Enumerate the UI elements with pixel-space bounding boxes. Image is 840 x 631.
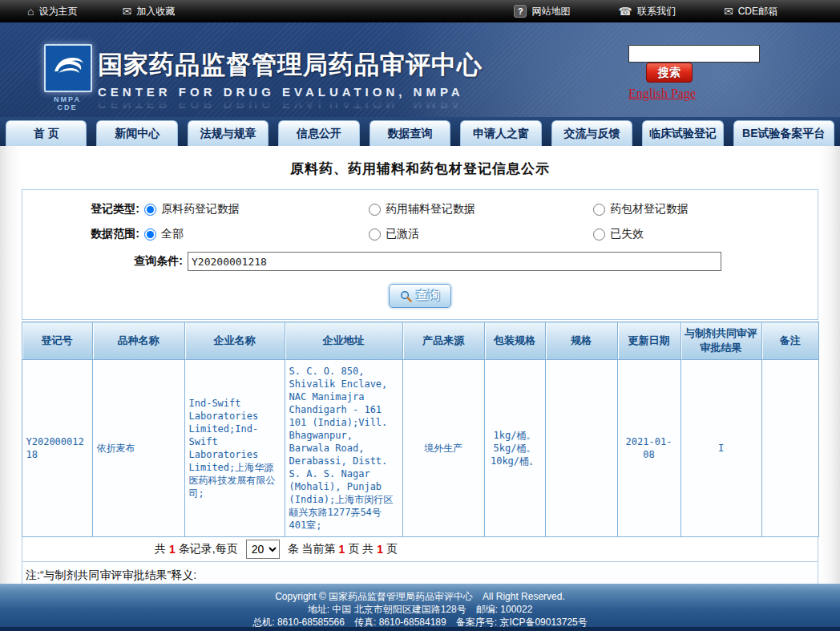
col-header-product-origin: 产品来源 bbox=[402, 322, 484, 360]
results-table: 登记号 品种名称 企业名称 企业地址 产品来源 包装规格 规格 更新日期 与制剂… bbox=[22, 322, 819, 537]
site-title-block: 国家药品监督管理局药品审评中心 CENTER FOR DRUG EVALUATI… bbox=[98, 48, 483, 111]
nav-tab-data-query[interactable]: 数据查询 bbox=[370, 120, 450, 146]
header-search-input[interactable] bbox=[628, 45, 760, 63]
query-button-row: 查询 bbox=[22, 284, 818, 308]
logo-caption: NMPA CDE bbox=[44, 95, 91, 111]
data-scope-option-active-label: 已激活 bbox=[386, 227, 419, 241]
site-header: NMPA CDE 国家药品监督管理局药品审评中心 CENTER FOR DRUG… bbox=[0, 22, 840, 117]
table-row: Y20200001218 依折麦布 Ind-Swift Laboratories… bbox=[22, 360, 818, 537]
reg-type-radio-api[interactable] bbox=[144, 204, 156, 216]
site-footer: Copyright © 国家药品监督管理局药品审评中心 All Right Re… bbox=[0, 584, 840, 631]
col-header-remarks: 备注 bbox=[761, 322, 818, 360]
pager-text-total-prefix: 共 bbox=[155, 542, 166, 556]
cell-spec bbox=[545, 360, 617, 537]
query-button[interactable]: 查询 bbox=[389, 284, 451, 308]
header-search-area: 搜索 English Page bbox=[628, 45, 821, 101]
cell-company-address: S. C. O. 850, Shivalik Enclave, NAC Mani… bbox=[285, 360, 402, 537]
reg-type-radio-excipient[interactable] bbox=[369, 204, 381, 216]
reg-type-row: 登记类型: 原料药登记数据 药用辅料登记数据 药包材登记数据 bbox=[22, 202, 818, 216]
cell-remarks bbox=[761, 360, 818, 537]
add-favorite-label: 加入收藏 bbox=[136, 5, 175, 18]
col-header-reg-no: 登记号 bbox=[22, 322, 92, 360]
data-scope-radio-active[interactable] bbox=[369, 229, 381, 241]
nmpa-cde-logo: NMPA CDE bbox=[44, 44, 91, 111]
col-header-spec: 规格 bbox=[545, 322, 617, 360]
nav-tab-applicant-window[interactable]: 申请人之窗 bbox=[460, 120, 541, 146]
reg-type-option-excipient-label: 药用辅料登记数据 bbox=[386, 202, 475, 216]
reg-type-option-api-label: 原料药登记数据 bbox=[161, 202, 240, 216]
data-scope-option-all-label: 全部 bbox=[161, 227, 184, 241]
reg-type-label: 登记类型: bbox=[22, 202, 139, 216]
nav-tab-feedback[interactable]: 交流与反馈 bbox=[551, 120, 632, 146]
nav-tab-home[interactable]: 首 页 bbox=[6, 120, 87, 146]
query-condition-row: 查询条件: bbox=[22, 252, 818, 271]
reg-type-option-api[interactable]: 原料药登记数据 bbox=[144, 202, 369, 216]
cell-packaging-spec: 1kg/桶。5kg/桶。10kg/桶。 bbox=[484, 360, 545, 537]
magnifier-icon bbox=[400, 290, 412, 302]
cell-reg-no: Y20200001218 bbox=[22, 360, 92, 537]
question-icon: ? bbox=[514, 5, 527, 18]
query-form: 登记类型: 原料药登记数据 药用辅料登记数据 药包材登记数据 数据范围: bbox=[22, 189, 818, 320]
nav-tab-clinical-trial[interactable]: 临床试验登记 bbox=[642, 120, 723, 146]
reg-type-option-excipient[interactable]: 药用辅料登记数据 bbox=[369, 202, 593, 216]
nav-tab-news[interactable]: 新闻中心 bbox=[96, 120, 177, 146]
reg-type-radio-packaging[interactable] bbox=[593, 204, 605, 216]
nav-tab-regulations[interactable]: 法规与规章 bbox=[188, 120, 269, 146]
col-header-company-name: 企业名称 bbox=[184, 322, 285, 360]
pager-text-current-prefix: 条 当前第 bbox=[288, 542, 336, 556]
col-header-company-address: 企业地址 bbox=[285, 322, 402, 360]
data-scope-option-active[interactable]: 已激活 bbox=[369, 227, 593, 241]
pager-current-page: 1 bbox=[339, 543, 345, 556]
data-scope-option-all[interactable]: 全部 bbox=[144, 227, 369, 241]
pagination-bar: 共 1 条记录,每页 20 条 当前第 1 页 共 1 页 bbox=[22, 537, 818, 562]
footer-bottom-strip bbox=[0, 627, 840, 631]
legend-title: 注:“与制剂共同审评审批结果”释义: bbox=[26, 568, 814, 583]
query-condition-input[interactable] bbox=[188, 252, 721, 271]
sitemap-label: 网站地图 bbox=[531, 5, 570, 18]
nav-tab-be-platform[interactable]: BE试验备案平台 bbox=[733, 120, 834, 146]
page-size-select[interactable]: 20 bbox=[246, 540, 280, 559]
footer-address: 地址: 中国 北京市朝阳区建国路128号 邮编: 100022 bbox=[0, 603, 840, 616]
english-page-link[interactable]: English Page bbox=[628, 87, 696, 101]
header-search-button[interactable]: 搜索 bbox=[646, 63, 693, 83]
cell-variety-name: 依折麦布 bbox=[92, 360, 184, 537]
cell-product-origin: 境外生产 bbox=[402, 360, 484, 537]
sitemap-link[interactable]: ? 网站地图 bbox=[514, 5, 570, 18]
page-title: 原料药、药用辅料和药包材登记信息公示 bbox=[0, 146, 840, 189]
top-utility-bar: ⌂ 设为主页 ✉ 加入收藏 ? 网站地图 ☎ 联系我们 ✉ CDE邮箱 bbox=[0, 0, 840, 22]
col-header-update-date: 更新日期 bbox=[617, 322, 680, 360]
data-scope-radio-inactive[interactable] bbox=[593, 229, 605, 241]
footer-copyright: Copyright © 国家药品监督管理局药品审评中心 All Right Re… bbox=[0, 590, 840, 603]
data-scope-option-inactive[interactable]: 已失效 bbox=[593, 227, 818, 241]
col-header-variety-name: 品种名称 bbox=[92, 322, 184, 360]
data-scope-radio-all[interactable] bbox=[144, 229, 156, 241]
logo-swoosh-icon bbox=[44, 44, 92, 92]
set-homepage-link[interactable]: ⌂ 设为主页 bbox=[27, 5, 77, 18]
table-header-row: 登记号 品种名称 企业名称 企业地址 产品来源 包装规格 规格 更新日期 与制剂… bbox=[22, 322, 818, 360]
data-scope-option-inactive-label: 已失效 bbox=[610, 227, 644, 241]
query-condition-label: 查询条件: bbox=[22, 254, 183, 269]
pager-text-of: 页 共 bbox=[348, 542, 374, 556]
phone-icon: ☎ bbox=[618, 6, 632, 17]
data-scope-row: 数据范围: 全部 已激活 已失效 bbox=[22, 227, 818, 241]
cell-update-date: 2021-01-08 bbox=[617, 360, 680, 537]
cell-company-name: Ind-Swift Laboratories Limited;Ind-Swift… bbox=[184, 360, 285, 537]
nav-tab-info-disclosure[interactable]: 信息公开 bbox=[278, 120, 359, 146]
site-title-en: CENTER FOR DRUG EVALUATION, NMPA bbox=[98, 85, 483, 99]
main-content: 原料药、药用辅料和药包材登记信息公示 登记类型: 原料药登记数据 药用辅料登记数… bbox=[0, 146, 840, 584]
cell-joint-review-result: I bbox=[680, 360, 761, 537]
col-header-joint-review-result: 与制剂共同审评审批结果 bbox=[680, 322, 761, 360]
query-button-label: 查询 bbox=[417, 289, 441, 303]
main-navigation: 首 页 新闻中心 法规与规章 信息公开 数据查询 申请人之窗 交流与反馈 临床试… bbox=[0, 117, 840, 146]
favorite-mail-icon: ✉ bbox=[122, 6, 131, 17]
cde-mail-link[interactable]: ✉ CDE邮箱 bbox=[724, 5, 777, 18]
contact-link[interactable]: ☎ 联系我们 bbox=[618, 5, 675, 18]
add-favorite-link[interactable]: ✉ 加入收藏 bbox=[122, 5, 175, 18]
reg-type-option-packaging-label: 药包材登记数据 bbox=[610, 202, 689, 216]
set-homepage-label: 设为主页 bbox=[38, 5, 77, 18]
col-header-packaging-spec: 包装规格 bbox=[484, 322, 545, 360]
mail-icon: ✉ bbox=[724, 6, 733, 17]
reg-type-option-packaging[interactable]: 药包材登记数据 bbox=[593, 202, 818, 216]
pager-total-pages: 1 bbox=[377, 543, 383, 556]
pager-total-count: 1 bbox=[169, 543, 176, 556]
